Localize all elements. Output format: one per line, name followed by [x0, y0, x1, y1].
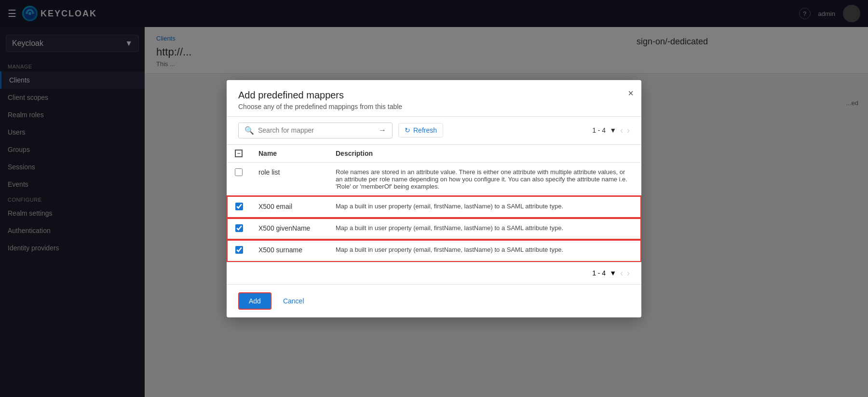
select-all-checkbox[interactable] — [235, 150, 243, 157]
pagination-range-top: 1 - 4 — [592, 126, 606, 134]
row-description-0: Role names are stored in an attribute va… — [328, 162, 641, 196]
table-row: X500 surnameMap a built in user property… — [227, 240, 641, 261]
mapper-table: Name Description role listRole names are… — [227, 145, 641, 262]
row-checkbox-cell-1 — [227, 196, 251, 218]
pagination-bottom-dropdown-icon[interactable]: ▼ — [610, 269, 616, 277]
row-checkbox-cell-0 — [227, 162, 251, 196]
row-description-1: Map a built in user property (email, fir… — [328, 196, 641, 218]
row-name-1: X500 email — [251, 196, 328, 218]
pagination-range-bottom: 1 - 4 — [592, 269, 606, 277]
row-checkbox-0[interactable] — [235, 168, 243, 176]
pagination-next-bottom[interactable]: › — [627, 268, 630, 278]
modal-body: Name Description role listRole names are… — [227, 145, 641, 262]
table-row: role listRole names are stored in an att… — [227, 162, 641, 196]
modal-title: Add predefined mappers — [238, 90, 630, 101]
row-name-2: X500 givenName — [251, 218, 328, 240]
row-name-0: role list — [251, 162, 328, 196]
modal-header: Add predefined mappers Choose any of the… — [227, 80, 641, 117]
search-icon: 🔍 — [244, 126, 254, 135]
content-area: Clients http://... This ... sign-on/-ded… — [145, 27, 868, 397]
row-checkbox-3[interactable] — [235, 246, 243, 254]
pagination-next-top[interactable]: › — [627, 125, 630, 136]
modal-overlay: Add predefined mappers Choose any of the… — [145, 27, 868, 397]
modal-toolbar: 🔍 → ↻ Refresh 1 - 4 ▼ ‹ › — [227, 117, 641, 145]
row-checkbox-cell-3 — [227, 240, 251, 261]
row-name-3: X500 surname — [251, 240, 328, 261]
row-checkbox-2[interactable] — [235, 224, 243, 232]
col-header-checkbox — [227, 145, 251, 163]
add-button[interactable]: Add — [238, 292, 271, 310]
row-checkbox-cell-2 — [227, 218, 251, 240]
modal-dialog: Add predefined mappers Choose any of the… — [227, 80, 641, 317]
row-description-3: Map a built in user property (email, fir… — [328, 240, 641, 261]
modal-close-button[interactable]: × — [628, 88, 634, 99]
refresh-button[interactable]: ↻ Refresh — [398, 123, 443, 137]
cancel-button[interactable]: Cancel — [277, 293, 310, 309]
pagination-prev-bottom[interactable]: ‹ — [620, 268, 623, 278]
search-arrow-icon[interactable]: → — [379, 126, 386, 135]
search-input[interactable] — [258, 126, 375, 134]
col-header-description: Description — [328, 145, 641, 163]
modal-subtitle: Choose any of the predefined mappings fr… — [238, 103, 630, 110]
refresh-icon: ↻ — [405, 126, 410, 134]
col-header-name: Name — [251, 145, 328, 163]
pagination-info-top: 1 - 4 ▼ ‹ › — [592, 125, 630, 136]
table-row: X500 givenNameMap a built in user proper… — [227, 218, 641, 240]
search-box: 🔍 → — [238, 123, 393, 138]
row-checkbox-1[interactable] — [235, 203, 243, 210]
modal-footer: Add Cancel — [227, 284, 641, 317]
modal-pagination-bottom: 1 - 4 ▼ ‹ › — [227, 262, 641, 284]
pagination-dropdown-icon[interactable]: ▼ — [610, 126, 616, 134]
refresh-label: Refresh — [413, 126, 437, 134]
table-row: X500 emailMap a built in user property (… — [227, 196, 641, 218]
pagination-prev-top[interactable]: ‹ — [620, 125, 623, 136]
main-layout: Keycloak ▼ Manage Clients Client scopes … — [0, 27, 868, 397]
row-description-2: Map a built in user property (email, fir… — [328, 218, 641, 240]
